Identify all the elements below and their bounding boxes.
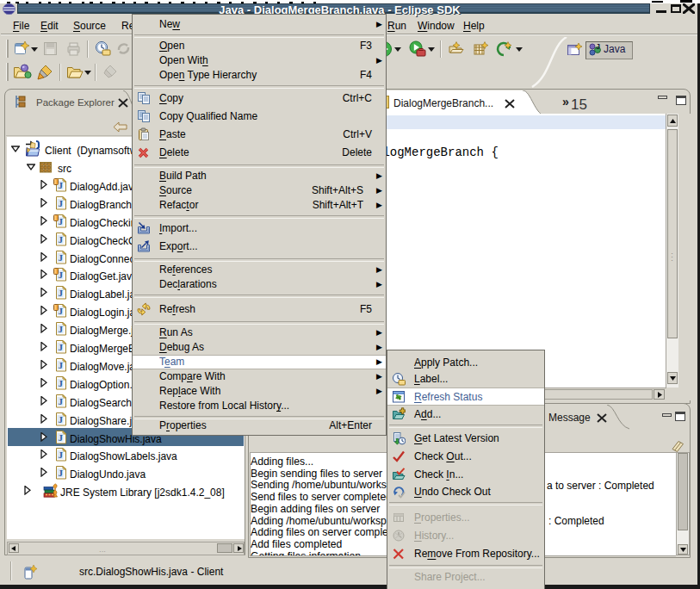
svg-text:J: J (59, 216, 64, 226)
svg-text:J: J (59, 180, 64, 190)
svg-text:J: J (59, 306, 64, 316)
svg-text:J: J (59, 198, 64, 208)
svg-text:J: J (59, 234, 64, 245)
svg-text:J: J (59, 324, 64, 334)
svg-text:J: J (59, 270, 64, 280)
svg-text:J: J (59, 342, 64, 352)
svg-text:J: J (59, 432, 64, 443)
svg-text:J: J (596, 42, 600, 51)
svg-text:J: J (59, 252, 64, 263)
svg-text:J: J (59, 288, 64, 298)
svg-text:J: J (59, 450, 64, 460)
svg-text:J: J (59, 378, 64, 388)
svg-text:J: J (59, 360, 64, 370)
svg-text:J: J (59, 396, 64, 406)
svg-text:J: J (59, 414, 64, 425)
svg-text:J: J (59, 468, 64, 478)
